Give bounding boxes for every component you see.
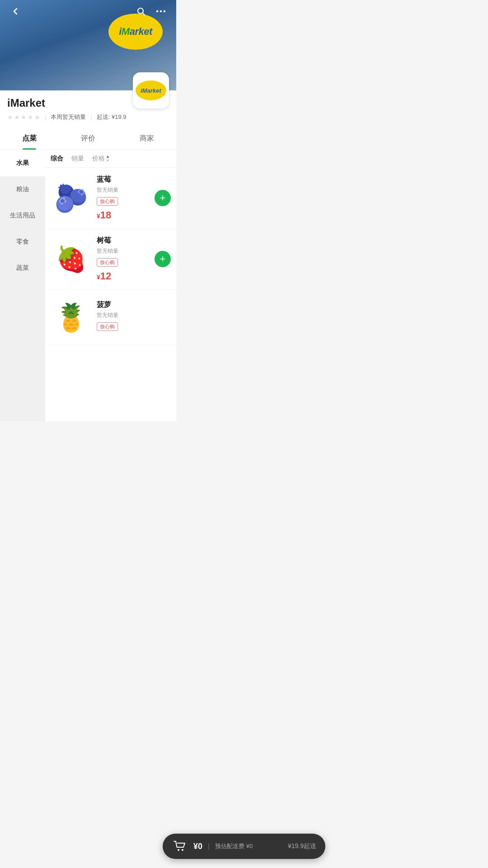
product-item-blueberry: 🫐 蓝莓 暂无销量 放心购 ¥18 + <box>45 168 176 229</box>
sidebar-label-grain: 粮油 <box>16 185 29 193</box>
tab-merchant[interactable]: 商家 <box>117 127 176 150</box>
svg-point-0 <box>138 8 143 14</box>
product-name-blueberry: 蓝莓 <box>97 175 155 184</box>
sort-sales-label: 销量 <box>71 155 84 162</box>
tab-order-label: 点菜 <box>22 134 37 142</box>
store-min-delivery: 起送: ¥19.9 <box>97 113 127 121</box>
sort-comprehensive-label: 综合 <box>51 155 63 162</box>
store-sales: 本周暂无销量 <box>51 113 86 121</box>
sidebar-item-snack[interactable]: 零食 <box>0 229 45 255</box>
sidebar-label-veg: 蔬菜 <box>16 264 29 271</box>
top-bar <box>0 0 176 23</box>
tab-bar: 点菜 评价 商家 <box>0 127 176 150</box>
store-meta: ★ ★ ★ ★ ★ | 本周暂无销量 | 起送: ¥19.9 <box>7 113 169 127</box>
product-price-raspberry: ¥12 <box>97 270 155 282</box>
hero-logo-text: iMarket <box>119 26 152 38</box>
search-button[interactable] <box>133 3 149 19</box>
product-tag-blueberry: 放心购 <box>97 197 118 206</box>
sidebar-item-veg[interactable]: 蔬菜 <box>0 255 45 281</box>
product-name-raspberry: 树莓 <box>97 236 155 245</box>
sidebar-label-daily: 生活用品 <box>10 212 35 219</box>
tab-review-label: 评价 <box>81 134 95 142</box>
yen-symbol-2: ¥ <box>97 274 100 281</box>
product-tag-raspberry: 放心购 <box>97 258 118 267</box>
star-3: ★ <box>21 113 27 121</box>
product-item-raspberry: 🍓 树莓 暂无销量 放心购 ¥12 + <box>45 229 176 290</box>
svg-point-1 <box>156 10 158 12</box>
sidebar-label-snack: 零食 <box>16 238 29 245</box>
sidebar-item-grain[interactable]: 粮油 <box>0 176 45 203</box>
tab-merchant-label: 商家 <box>140 134 154 142</box>
store-stars: ★ ★ ★ ★ ★ <box>7 113 40 121</box>
svg-point-3 <box>164 10 165 12</box>
price-sort-arrows: ▲ ▼ <box>106 155 110 163</box>
star-5: ★ <box>34 113 40 121</box>
product-sales-blueberry: 暂无销量 <box>97 186 155 194</box>
sidebar-label-fruit: 水果 <box>16 159 29 166</box>
product-info-raspberry: 树莓 暂无销量 放心购 ¥12 <box>97 236 155 282</box>
store-logo-small-text: iMarket <box>141 87 161 94</box>
product-img-blueberry: 🫐 <box>51 178 91 218</box>
product-info-blueberry: 蓝莓 暂无销量 放心购 ¥18 <box>97 175 155 221</box>
sort-price-label: 价格 <box>92 155 105 163</box>
product-tag-pineapple: 放心购 <box>97 322 118 331</box>
sidebar: 水果 粮油 生活用品 零食 蔬菜 <box>0 150 45 421</box>
meta-divider-2: | <box>90 114 92 121</box>
store-logo-badge: iMarket <box>133 72 169 108</box>
product-info-pineapple: 菠萝 暂无销量 放心购 <box>97 300 171 335</box>
sidebar-item-fruit[interactable]: 水果 <box>0 150 45 176</box>
content-area: 水果 粮油 生活用品 零食 蔬菜 综合 销量 价格 ▲ <box>0 150 176 421</box>
product-price-blueberry: ¥18 <box>97 209 155 221</box>
meta-divider-1: | <box>45 114 46 121</box>
sort-comprehensive[interactable]: 综合 <box>51 155 63 163</box>
star-2: ★ <box>14 113 20 121</box>
price-value-blueberry: 18 <box>100 209 111 221</box>
product-sales-raspberry: 暂无销量 <box>97 247 155 255</box>
back-button[interactable] <box>7 3 23 19</box>
tab-order[interactable]: 点菜 <box>0 127 59 150</box>
add-raspberry-button[interactable]: + <box>155 251 171 267</box>
tab-review[interactable]: 评价 <box>59 127 117 150</box>
star-1: ★ <box>7 113 13 121</box>
arrow-down: ▼ <box>106 159 110 163</box>
product-img-pineapple: 🍍 <box>51 297 91 338</box>
store-logo-oval: iMarket <box>136 80 166 100</box>
store-info: iMarket iMarket ★ ★ ★ ★ ★ | 本周暂无销量 | 起送:… <box>0 90 176 127</box>
sidebar-item-daily[interactable]: 生活用品 <box>0 203 45 229</box>
star-4: ★ <box>28 113 33 121</box>
add-blueberry-button[interactable]: + <box>155 190 171 206</box>
more-button[interactable] <box>153 3 169 19</box>
yen-symbol-1: ¥ <box>97 212 100 220</box>
product-list: 综合 销量 价格 ▲ ▼ 🫐 蓝莓 暂无销量 放心购 ¥18 <box>45 150 176 421</box>
sort-bar: 综合 销量 价格 ▲ ▼ <box>45 150 176 168</box>
price-value-raspberry: 12 <box>100 270 111 282</box>
svg-point-2 <box>160 10 162 12</box>
product-item-pineapple: 🍍 菠萝 暂无销量 放心购 <box>45 290 176 345</box>
sort-price[interactable]: 价格 ▲ ▼ <box>92 155 110 163</box>
top-bar-right <box>133 3 169 19</box>
product-img-raspberry: 🍓 <box>51 239 91 279</box>
product-name-pineapple: 菠萝 <box>97 300 171 310</box>
product-sales-pineapple: 暂无销量 <box>97 311 171 319</box>
sort-sales[interactable]: 销量 <box>71 155 84 163</box>
